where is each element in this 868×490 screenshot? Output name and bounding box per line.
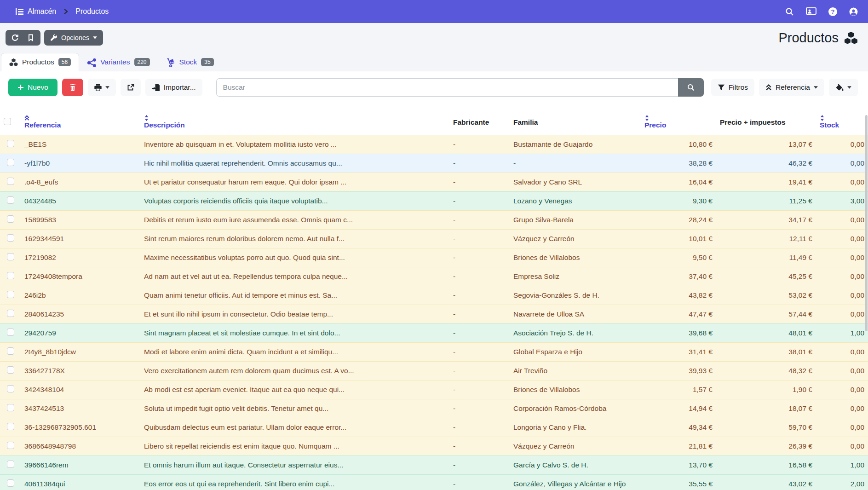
cell-stock[interactable]: 0,00 (816, 305, 868, 324)
cell-precio-impuestos[interactable]: 38,01 € (716, 343, 816, 362)
breadcrumb-page[interactable]: Productos (75, 7, 109, 16)
cell-referencia[interactable]: _BE1S (21, 135, 140, 154)
table-row[interactable]: 246i2b Quam animi tenetur officiis. Aut … (0, 286, 868, 305)
cell-descripcion[interactable]: Soluta ut impedit fugit optio velit debi… (140, 399, 449, 418)
breadcrumb-section[interactable]: Almacén (28, 7, 56, 16)
header-precio[interactable]: Precio (641, 110, 716, 135)
cell-fabricante[interactable]: - (449, 399, 510, 418)
cell-precio[interactable]: 10,01 € (641, 230, 716, 248)
table-row[interactable]: 36-132968732905.601 Quibusdam delectus e… (0, 418, 868, 437)
row-checkbox[interactable] (7, 385, 14, 392)
cell-descripcion[interactable]: Sint rerum maiores rerum doloribus dolor… (140, 230, 449, 248)
cell-stock[interactable]: 0,00 (816, 286, 868, 305)
cell-precio[interactable]: 47,47 € (641, 305, 716, 324)
cell-precio[interactable]: 31,41 € (641, 343, 716, 362)
cell-referencia[interactable]: 336427178X (21, 362, 140, 380)
row-checkbox[interactable] (7, 366, 14, 374)
header-descripcion[interactable]: Descripción (140, 110, 449, 135)
tab-productos[interactable]: Productos 56 (1, 53, 79, 71)
cell-referencia[interactable]: 39666146rem (21, 456, 140, 475)
table-row[interactable]: 15899583 Debitis et rerum iusto eum iure… (0, 211, 868, 230)
cell-precio[interactable]: 14,94 € (641, 399, 716, 418)
cell-precio[interactable]: 43,82 € (641, 286, 716, 305)
cell-precio-impuestos[interactable]: 26,39 € (716, 437, 816, 456)
cell-stock[interactable]: 0,00 (816, 418, 868, 437)
cell-precio-impuestos[interactable]: 18,07 € (716, 399, 816, 418)
cell-descripcion[interactable]: Modi et labore enim animi dicta. Quam in… (140, 343, 449, 362)
screen-user-icon[interactable] (806, 7, 816, 16)
cell-stock[interactable]: 0,00 (816, 135, 868, 154)
cell-stock[interactable]: 0,00 (816, 211, 868, 230)
cell-descripcion[interactable]: Ut et pariatur consequatur harum rem eaq… (140, 173, 449, 192)
cell-descripcion[interactable]: Et omnis harum illum aut itaque. Consect… (140, 456, 449, 475)
breadcrumb[interactable]: Almacén (16, 7, 56, 16)
cell-descripcion[interactable]: Et et sunt illo nihil ipsum in consectet… (140, 305, 449, 324)
row-checkbox[interactable] (7, 234, 14, 242)
cell-precio-impuestos[interactable]: 11,25 € (716, 192, 816, 211)
table-row[interactable]: .o4-8_eufs Ut et pariatur consequatur ha… (0, 173, 868, 192)
cell-descripcion[interactable]: Ab modi est est aperiam eveniet. Itaque … (140, 380, 449, 399)
cell-precio-impuestos[interactable]: 43,02 € (716, 475, 816, 490)
cell-fabricante[interactable]: - (449, 380, 510, 399)
row-checkbox[interactable] (7, 159, 14, 166)
cell-referencia[interactable]: 15899583 (21, 211, 140, 230)
cell-stock[interactable]: 0,00 (816, 154, 868, 173)
row-checkbox[interactable] (7, 423, 14, 430)
cell-descripcion[interactable]: Quam animi tenetur officiis. Aut id temp… (140, 286, 449, 305)
cell-precio-impuestos[interactable]: 19,41 € (716, 173, 816, 192)
cell-stock[interactable]: 0,00 (816, 230, 868, 248)
cell-fabricante[interactable]: - (449, 475, 510, 490)
cell-familia[interactable]: Empresa Soliz (510, 267, 641, 286)
cell-fabricante[interactable]: - (449, 267, 510, 286)
search-input[interactable] (216, 78, 678, 97)
cell-precio[interactable]: 9,50 € (641, 248, 716, 267)
row-checkbox[interactable] (7, 404, 14, 411)
table-row[interactable]: _BE1S Inventore ab quisquam in et. Volup… (0, 135, 868, 154)
cell-precio-impuestos[interactable]: 48,01 € (716, 324, 816, 343)
cell-familia[interactable]: Global Esparza e Hijo (510, 343, 641, 362)
cell-familia[interactable]: Briones de Villalobos (510, 380, 641, 399)
cell-precio[interactable]: 49,34 € (641, 418, 716, 437)
row-checkbox[interactable] (7, 178, 14, 185)
cell-familia[interactable]: Air Treviño (510, 362, 641, 380)
cell-precio-impuestos[interactable]: 46,32 € (716, 154, 816, 173)
table-row[interactable]: 3686648948798 Libero sit repellat reicie… (0, 437, 868, 456)
cell-fabricante[interactable]: - (449, 418, 510, 437)
cell-precio[interactable]: 39,93 € (641, 362, 716, 380)
table-row[interactable]: 1629344591 Sint rerum maiores rerum dolo… (0, 230, 868, 248)
help-icon[interactable]: ? (828, 7, 837, 16)
cell-fabricante[interactable]: - (449, 192, 510, 211)
cell-descripcion[interactable]: Ad nam aut et vel aut ut ea. Repellendus… (140, 267, 449, 286)
table-row[interactable]: 2840614235 Et et sunt illo nihil ipsum i… (0, 305, 868, 324)
cell-referencia[interactable]: 17249408tempora (21, 267, 140, 286)
cell-stock[interactable]: 0,00 (816, 380, 868, 399)
cell-precio[interactable]: 39,68 € (641, 324, 716, 343)
external-link-button[interactable] (121, 79, 141, 96)
cell-descripcion[interactable]: Quibusdam delectus eum est pariatur. Ull… (140, 418, 449, 437)
cell-referencia[interactable]: .o4-8_eufs (21, 173, 140, 192)
cell-familia[interactable]: Lozano y Venegas (510, 192, 641, 211)
cell-descripcion[interactable]: Eos error eos ut qui ea reprehenderit. S… (140, 475, 449, 490)
cell-fabricante[interactable]: - (449, 305, 510, 324)
table-row[interactable]: 3424348104 Ab modi est est aperiam eveni… (0, 380, 868, 399)
cell-familia[interactable]: Segovia-Gonzáles S. de H. (510, 286, 641, 305)
cell-referencia[interactable]: 3424348104 (21, 380, 140, 399)
search-button[interactable] (678, 78, 704, 97)
cell-fabricante[interactable]: - (449, 248, 510, 267)
cell-familia[interactable]: Vázquez y Carreón (510, 437, 641, 456)
cell-stock[interactable]: 1,00 (816, 324, 868, 343)
row-checkbox[interactable] (7, 215, 14, 223)
import-button[interactable]: Importar... (145, 79, 202, 96)
tab-variantes[interactable]: Variantes 220 (79, 53, 158, 71)
row-checkbox[interactable] (7, 310, 14, 317)
cell-fabricante[interactable]: - (449, 456, 510, 475)
select-all-checkbox[interactable] (4, 118, 11, 125)
cell-familia[interactable]: Longoria y Cano y Flia. (510, 418, 641, 437)
table-row[interactable]: 17219082 Maxime necessitatibus voluptas … (0, 248, 868, 267)
cell-referencia[interactable]: 29420759 (21, 324, 140, 343)
cell-precio-impuestos[interactable]: 34,17 € (716, 211, 816, 230)
table-row[interactable]: 3437424513 Soluta ut impedit fugit optio… (0, 399, 868, 418)
cell-precio[interactable]: 35,55 € (641, 475, 716, 490)
cell-fabricante[interactable]: - (449, 154, 510, 173)
cell-referencia[interactable]: 3437424513 (21, 399, 140, 418)
